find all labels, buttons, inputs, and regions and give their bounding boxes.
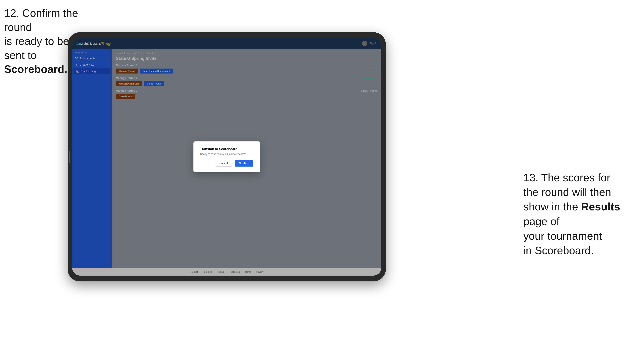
modal-confirm-button[interactable]: Confirm	[235, 160, 253, 167]
content-area: Home > Tournaments > State U Spring Invi…	[112, 49, 381, 268]
modal-box: Transmit to Scoreboard Ready to send thi…	[194, 142, 260, 173]
modal-title: Transmit to Scoreboard	[200, 147, 253, 151]
instruction-bottom: 13. The scores for the round will then s…	[523, 170, 632, 258]
main-content: MAIN MENU Tournaments Create New Edit Ex…	[72, 49, 381, 268]
modal-overlay: Transmit to Scoreboard Ready to send thi…	[112, 49, 381, 268]
modal-buttons: Cancel Confirm	[200, 160, 253, 167]
modal-cancel-button[interactable]: Cancel	[215, 160, 232, 167]
tablet-screen: LeaderboardKing Sign In MAIN MENU Tourna…	[72, 38, 381, 276]
tablet-side-button	[69, 151, 70, 163]
tablet-frame: LeaderboardKing Sign In MAIN MENU Tourna…	[68, 32, 386, 281]
modal-subtitle: Ready to send this round to Scoreboard?	[200, 153, 253, 156]
